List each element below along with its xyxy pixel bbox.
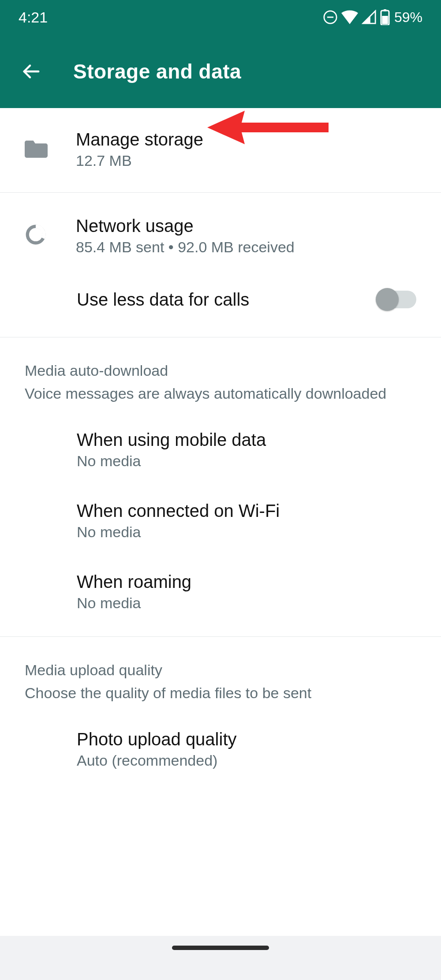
data-usage-icon [25,224,47,247]
media-upload-quality-header: Media upload quality Choose the quality … [0,637,441,705]
media-upload-quality-subtitle: Choose the quality of media files to be … [25,683,416,703]
mobile-data-subtitle: No media [77,453,429,470]
cell-signal-icon [362,10,377,25]
photo-upload-quality-subtitle: Auto (recommended) [77,752,429,769]
svg-rect-4 [382,16,388,24]
wifi-icon [341,10,358,25]
network-usage-title: Network usage [76,215,429,237]
roaming-row[interactable]: When roaming No media [0,556,441,636]
media-auto-download-header: Media auto-download Voice messages are a… [0,337,441,406]
wifi-subtitle: No media [77,524,429,541]
use-less-data-row[interactable]: Use less data for calls [0,271,441,337]
arrow-back-icon [21,61,41,82]
page-title: Storage and data [73,60,241,83]
status-time: 4:21 [19,9,48,26]
content: Manage storage 12.7 MB Network usage 85.… [0,108,441,936]
roaming-subtitle: No media [77,595,429,612]
media-auto-download-subtitle: Voice messages are always automatically … [25,384,416,403]
toggle-knob [376,288,399,311]
manage-storage-row[interactable]: Manage storage 12.7 MB [0,108,441,192]
mobile-data-title: When using mobile data [77,429,429,451]
media-auto-download-title: Media auto-download [25,362,416,379]
gesture-bar-area [0,936,441,980]
manage-storage-subtitle: 12.7 MB [76,152,429,169]
battery-icon [380,9,390,25]
wifi-title: When connected on Wi-Fi [77,500,429,522]
use-less-data-title: Use less data for calls [77,288,379,310]
status-bar: 4:21 59% [0,0,441,34]
nav-handle[interactable] [172,946,269,950]
mobile-data-row[interactable]: When using mobile data No media [0,414,441,485]
network-usage-subtitle: 85.4 MB sent • 92.0 MB received [76,239,429,256]
dnd-icon [323,10,338,25]
roaming-title: When roaming [77,571,429,593]
manage-storage-title: Manage storage [76,128,429,150]
photo-upload-quality-row[interactable]: Photo upload quality Auto (recommended) [0,713,441,784]
back-button[interactable] [19,60,42,83]
media-upload-quality-title: Media upload quality [25,662,416,679]
wifi-row[interactable]: When connected on Wi-Fi No media [0,485,441,556]
status-icons: 59% [323,9,422,26]
app-bar: Storage and data [0,34,441,108]
network-usage-row[interactable]: Network usage 85.4 MB sent • 92.0 MB rec… [0,193,441,271]
photo-upload-quality-title: Photo upload quality [77,728,429,750]
use-less-data-toggle[interactable] [379,291,416,308]
screen: 4:21 59% Storage and data [0,0,441,980]
battery-percent: 59% [394,9,422,26]
folder-icon [25,138,48,160]
svg-rect-3 [384,9,386,11]
